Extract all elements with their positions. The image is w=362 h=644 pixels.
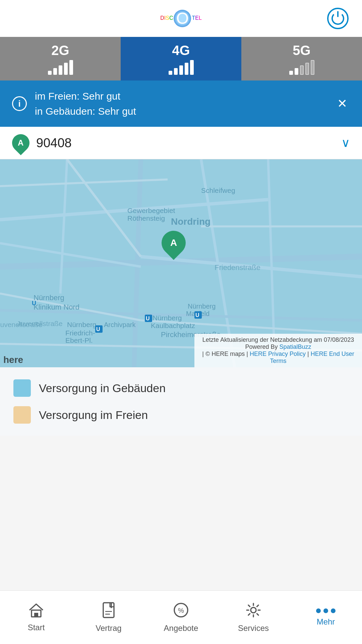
svg-text:Juvenellstraße: Juvenellstraße — [17, 320, 63, 327]
info-text: im Freien: Sehr gut in Gebäuden: Sehr gu… — [35, 89, 326, 119]
svg-text:Gewerbegebiet: Gewerbegebiet — [127, 207, 175, 214]
here-logo: here — [3, 355, 23, 367]
svg-text:%: % — [178, 607, 184, 614]
tab-2g-label: 2G — [51, 43, 69, 58]
nav-label-start: Start — [28, 623, 45, 632]
bar-2 — [174, 68, 178, 75]
svg-text:Klinikum Nord: Klinikum Nord — [34, 303, 79, 311]
chevron-down-icon[interactable]: ∨ — [341, 136, 350, 150]
tab-5g[interactable]: 5G — [241, 37, 362, 80]
network-tabs: 2G 4G 5G — [0, 37, 362, 80]
logo-letter-e: E — [195, 15, 199, 21]
nav-item-angebote[interactable]: % Angebote — [145, 591, 217, 644]
nav-label-services: Services — [238, 624, 269, 633]
offers-icon: % — [173, 602, 189, 621]
svg-text:Friedenstraße: Friedenstraße — [215, 263, 260, 272]
legend-color-buildings — [13, 379, 31, 397]
dot-3 — [331, 608, 336, 613]
bar-4 — [185, 63, 188, 75]
map-pin: A — [162, 231, 186, 255]
bar-3 — [300, 65, 304, 75]
svg-point-51 — [251, 607, 256, 613]
bar-2 — [53, 68, 57, 75]
svg-text:U: U — [195, 312, 199, 318]
nav-item-mehr[interactable]: Mehr — [290, 591, 362, 644]
legend-item-buildings: Versorgung in Gebäuden — [13, 379, 349, 397]
logo-letter-s: S — [166, 15, 169, 21]
logo-letter-l: L — [199, 15, 202, 21]
info-banner: i im Freien: Sehr gut in Gebäuden: Sehr … — [0, 80, 362, 127]
svg-text:Nordring: Nordring — [171, 216, 210, 227]
logo: DISCOTEL — [160, 10, 202, 27]
legend-item-outdoor: Versorgung im Freien — [13, 406, 349, 424]
postal-code: 90408 — [36, 136, 335, 150]
svg-rect-44 — [34, 613, 38, 617]
nav-item-vertrag[interactable]: Vertrag — [72, 591, 145, 644]
signal-bars-4g — [169, 60, 194, 75]
info-line2: in Gebäuden: Sehr gut — [35, 104, 326, 119]
map-attribution: Letzte Aktualisierung der Netzabdeckung … — [194, 334, 362, 367]
bar-2 — [295, 68, 298, 75]
legend-label-outdoor: Versorgung im Freien — [39, 409, 148, 422]
nav-label-mehr: Mehr — [317, 617, 335, 627]
tab-4g[interactable]: 4G — [121, 37, 241, 80]
svg-text:Archivpark: Archivpark — [104, 321, 136, 328]
app-header: DISCOTEL — [0, 0, 362, 37]
home-icon — [28, 603, 44, 620]
bar-5 — [190, 60, 194, 75]
content-spacer — [0, 436, 362, 590]
bar-4 — [64, 63, 68, 75]
logo-letter-c: C — [169, 15, 173, 21]
map-pin-label: A — [170, 237, 177, 248]
svg-text:Röthensteig: Röthensteig — [127, 214, 165, 222]
power-button[interactable] — [327, 8, 349, 29]
close-button[interactable]: ✕ — [335, 94, 350, 113]
tab-4g-label: 4G — [172, 43, 190, 58]
info-line1: im Freien: Sehr gut — [35, 89, 326, 104]
coverage-legend: Versorgung in Gebäuden Versorgung im Fre… — [0, 367, 362, 436]
svg-text:U: U — [146, 316, 150, 321]
svg-text:Nürnberg: Nürnberg — [67, 321, 97, 328]
bar-5 — [311, 60, 314, 75]
here-privacy-link[interactable]: HERE Privacy Policy — [250, 351, 306, 357]
more-icon — [316, 608, 336, 613]
tab-2g[interactable]: 2G — [0, 37, 121, 80]
svg-rect-45 — [103, 603, 114, 618]
signal-bars-2g — [48, 60, 73, 75]
svg-text:Friedrich-: Friedrich- — [65, 329, 95, 337]
bar-3 — [59, 65, 62, 75]
legend-label-buildings: Versorgung in Gebäuden — [39, 382, 166, 395]
nav-label-vertrag: Vertrag — [96, 624, 121, 633]
bar-1 — [169, 71, 172, 75]
location-pin-label: A — [18, 138, 23, 148]
bar-1 — [289, 71, 293, 75]
services-icon — [245, 602, 261, 621]
map-container[interactable]: Nordring Friedenstraße Friedenstraße Juv… — [0, 159, 362, 367]
bar-3 — [179, 65, 183, 75]
dot-1 — [316, 608, 321, 613]
svg-text:Ebert-Pl.: Ebert-Pl. — [65, 336, 93, 344]
map-pin-body: A — [157, 226, 191, 260]
logo-letter-o: O — [174, 10, 191, 27]
signal-bars-5g — [289, 60, 314, 75]
nav-label-angebote: Angebote — [164, 624, 198, 633]
dot-2 — [323, 608, 328, 613]
svg-text:U: U — [96, 326, 100, 332]
logo-letter-d: D — [160, 15, 164, 21]
legend-color-outdoor — [13, 406, 31, 424]
logo-letter-t: T — [192, 15, 195, 21]
svg-text:Nürnberg: Nürnberg — [34, 293, 64, 302]
attribution-line1: Letzte Aktualisierung der Netzabdeckung … — [199, 336, 357, 343]
attribution-line2: Powered By SpatialBuzz — [199, 343, 357, 351]
nav-item-services[interactable]: Services — [217, 591, 290, 644]
spatialbuzz-link[interactable]: SpatialBuzz — [280, 343, 311, 350]
location-bar: A 90408 ∨ — [0, 127, 362, 159]
svg-text:Schleifweg: Schleifweg — [201, 186, 235, 194]
location-pin-icon: A — [8, 130, 33, 155]
contract-icon — [102, 602, 115, 621]
svg-text:U: U — [32, 300, 36, 307]
nav-item-start[interactable]: Start — [0, 591, 72, 644]
bar-4 — [305, 63, 309, 75]
bottom-navigation: Start Vertrag % Angebote — [0, 590, 362, 644]
info-icon: i — [12, 96, 27, 111]
